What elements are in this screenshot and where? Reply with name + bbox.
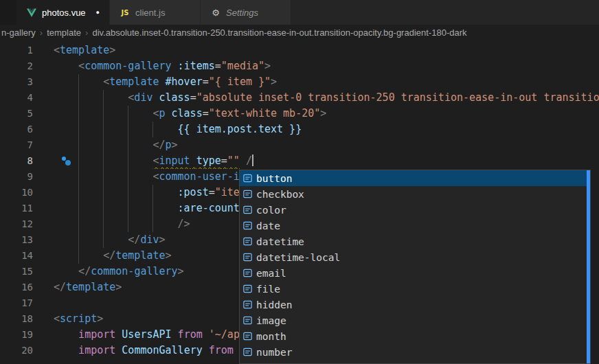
indent-guide (54, 248, 78, 264)
line-number[interactable]: 16 (0, 280, 40, 295)
suggestion-kind-icon (242, 205, 256, 215)
indent-guide (54, 137, 78, 153)
code-token (159, 76, 166, 88)
line-number[interactable]: 17 (0, 295, 40, 311)
code-line[interactable]: <template #hover="{ item }"> (40, 74, 599, 90)
line-number[interactable]: 8 (0, 153, 40, 169)
indent-guide (103, 185, 128, 201)
code-token: = (221, 155, 227, 167)
tab-settings[interactable]: ⚙Settings (201, 0, 291, 25)
code-token: > (264, 60, 271, 72)
indent-guide (128, 185, 152, 201)
suggestion-item[interactable]: month (240, 328, 590, 344)
text-cursor (252, 155, 253, 166)
code-line-row: 6{{ item.post.text }} (0, 122, 599, 137)
line-number[interactable]: 19 (0, 327, 40, 343)
line-number[interactable]: 18 (0, 311, 40, 327)
editor-window: photos.vue●JSclient.js⚙Settings n-galler… (0, 0, 599, 364)
suggestion-item[interactable]: datetime-local (240, 249, 590, 265)
line-number[interactable]: 11 (0, 201, 40, 216)
suggestion-item[interactable]: email (240, 265, 590, 281)
code-line[interactable]: <div class="absolute inset-0 transition-… (40, 90, 599, 106)
line-number[interactable]: 12 (0, 216, 40, 232)
suggestion-item[interactable]: number (240, 344, 590, 360)
indent-guide (103, 232, 128, 248)
js-icon: JS (120, 9, 131, 16)
breadcrumb-item[interactable]: template (47, 27, 81, 38)
modified-dot[interactable]: ● (96, 9, 100, 16)
code-token: < (128, 91, 134, 104)
indent-guide (78, 232, 103, 248)
suggestion-item[interactable]: datetime (240, 234, 590, 249)
tab-label: client.js (135, 8, 165, 18)
line-number[interactable]: 14 (0, 248, 40, 264)
suggestion-label: file (256, 284, 280, 295)
tab-client-js[interactable]: JSclient.js (110, 0, 201, 25)
code-line[interactable]: <common-gallery :items="media"> (40, 58, 599, 74)
breadcrumb-item[interactable]: div.absolute.inset-0.transition-250.tran… (92, 27, 466, 38)
indent-guide (128, 122, 152, 137)
code-token: < (54, 312, 60, 325)
indent-guide (54, 216, 78, 232)
breadcrumb-item[interactable]: n-gallery (1, 27, 36, 38)
code-token: "text-white mb-20" (209, 107, 321, 120)
code-line[interactable]: </p> (40, 137, 599, 153)
suggest-scrollbar[interactable] (587, 170, 590, 363)
indent-guide (152, 185, 177, 201)
indent-guide (54, 185, 78, 201)
tab-photos-vue[interactable]: photos.vue● (16, 0, 110, 25)
code-token: input (159, 155, 190, 167)
indent-guide (103, 90, 128, 106)
line-number[interactable]: 9 (0, 169, 40, 185)
indent-guide (54, 90, 78, 106)
line-number[interactable]: 4 (0, 90, 40, 106)
line-number[interactable]: 1 (0, 43, 40, 58)
code-token: </ (54, 281, 66, 293)
line-number[interactable]: 13 (0, 232, 40, 248)
suggestion-list: buttoncheckboxcolordatedatetimedatetime-… (240, 170, 590, 360)
code-token (166, 107, 172, 120)
code-line[interactable]: <p class="text-white mb-20"> (40, 106, 599, 122)
indent-guide (54, 58, 78, 74)
suggestion-item[interactable]: date (240, 218, 590, 234)
line-number[interactable]: 6 (0, 122, 40, 137)
suggestion-kind-icon (242, 236, 256, 247)
code-line[interactable]: {{ item.post.text }} (40, 122, 599, 137)
indent-guide (54, 74, 78, 90)
code-token: = (203, 107, 209, 120)
indent-guide (78, 74, 103, 90)
line-number[interactable]: 15 (0, 264, 40, 280)
indent-guide (128, 216, 152, 232)
suggestion-item[interactable]: hidden (240, 297, 590, 312)
indent-guide (78, 153, 103, 169)
code-editor[interactable]: 1<template>2<common-gallery :items="medi… (0, 40, 599, 364)
code-token: > (115, 281, 122, 293)
code-token: #hover (166, 76, 203, 88)
indent-guide (54, 201, 78, 216)
code-token: template (115, 249, 165, 262)
suggestion-kind-icon (242, 315, 256, 326)
line-number[interactable]: 5 (0, 106, 40, 122)
suggestion-item[interactable]: button (240, 170, 590, 186)
suggestion-item[interactable]: image (240, 312, 590, 328)
line-number[interactable]: 20 (0, 343, 40, 359)
line-number[interactable]: 7 (0, 137, 40, 153)
indent-guide (78, 137, 103, 153)
code-line[interactable]: <input type="" / (40, 153, 599, 169)
indent-guide (103, 137, 128, 153)
line-number[interactable]: 3 (0, 74, 40, 90)
suggestion-kind-icon (242, 347, 256, 357)
line-number[interactable]: 10 (0, 185, 40, 201)
code-token: :post (178, 186, 209, 198)
suggestion-label: color (256, 205, 286, 216)
suggestion-item[interactable]: color (240, 202, 590, 218)
gear-icon: ⚙ (210, 8, 221, 18)
suggestion-item[interactable]: checkbox (240, 186, 590, 202)
code-token: > (97, 312, 103, 325)
line-number[interactable]: 2 (0, 58, 40, 74)
suggestion-item[interactable]: file (240, 281, 590, 297)
code-token: /> (178, 218, 190, 230)
code-token: type (196, 155, 221, 167)
code-line[interactable]: <template> (40, 43, 599, 58)
suggestion-label: hidden (256, 299, 292, 310)
